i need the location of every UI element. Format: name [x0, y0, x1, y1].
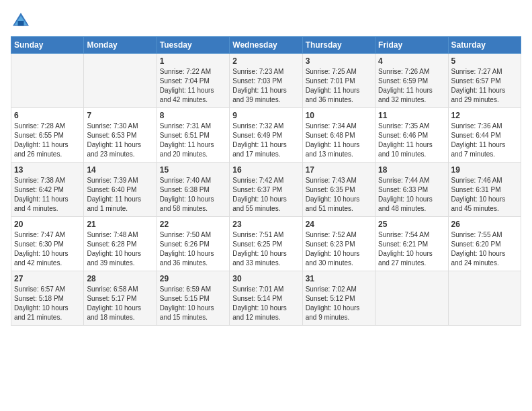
calendar-cell: 18Sunrise: 7:44 AMSunset: 6:33 PMDayligh… — [375, 163, 448, 217]
day-number: 29 — [160, 274, 226, 283]
calendar-cell: 7Sunrise: 7:30 AMSunset: 6:53 PMDaylight… — [84, 108, 157, 163]
cell-content: Sunrise: 7:51 AMSunset: 6:25 PMDaylight:… — [232, 230, 299, 268]
day-number: 17 — [306, 165, 372, 175]
calendar-cell: 17Sunrise: 7:43 AMSunset: 6:35 PMDayligh… — [302, 163, 375, 217]
cell-content: Sunrise: 7:42 AMSunset: 6:37 PMDaylight:… — [232, 176, 299, 214]
cell-content: Sunrise: 7:44 AMSunset: 6:33 PMDaylight:… — [378, 176, 445, 214]
cell-content: Sunrise: 7:52 AMSunset: 6:23 PMDaylight:… — [306, 230, 372, 268]
cell-content: Sunrise: 7:01 AMSunset: 5:14 PMDaylight:… — [232, 285, 299, 322]
calendar-cell: 30Sunrise: 7:01 AMSunset: 5:14 PMDayligh… — [230, 271, 302, 326]
calendar-header: SundayMondayTuesdayWednesdayThursdayFrid… — [11, 37, 521, 54]
calendar-cell: 29Sunrise: 6:59 AMSunset: 5:15 PMDayligh… — [157, 271, 229, 326]
header-cell-saturday: Saturday — [448, 37, 521, 54]
calendar-cell: 19Sunrise: 7:46 AMSunset: 6:31 PMDayligh… — [448, 163, 521, 217]
calendar-cell — [84, 54, 157, 108]
calendar-cell — [448, 271, 521, 326]
cell-content: Sunrise: 7:30 AMSunset: 6:53 PMDaylight:… — [87, 122, 153, 159]
day-number: 19 — [451, 165, 518, 175]
day-number: 26 — [451, 220, 518, 229]
cell-content: Sunrise: 7:26 AMSunset: 6:59 PMDaylight:… — [378, 67, 445, 105]
calendar-body: 1Sunrise: 7:22 AMSunset: 7:04 PMDaylight… — [11, 54, 521, 326]
day-number: 22 — [160, 220, 226, 229]
day-number: 11 — [378, 111, 445, 120]
cell-content: Sunrise: 7:50 AMSunset: 6:26 PMDaylight:… — [160, 230, 226, 268]
day-number: 31 — [306, 274, 372, 283]
header-cell-thursday: Thursday — [302, 37, 375, 54]
calendar-cell: 24Sunrise: 7:52 AMSunset: 6:23 PMDayligh… — [302, 217, 375, 271]
header-cell-friday: Friday — [375, 37, 448, 54]
cell-content: Sunrise: 7:32 AMSunset: 6:49 PMDaylight:… — [232, 122, 299, 159]
day-number: 25 — [378, 220, 445, 229]
calendar-cell: 16Sunrise: 7:42 AMSunset: 6:37 PMDayligh… — [230, 163, 302, 217]
cell-content: Sunrise: 7:22 AMSunset: 7:04 PMDaylight:… — [160, 67, 226, 105]
cell-content: Sunrise: 6:57 AMSunset: 5:18 PMDaylight:… — [14, 285, 81, 322]
day-number: 4 — [378, 56, 445, 66]
calendar-cell: 28Sunrise: 6:58 AMSunset: 5:17 PMDayligh… — [84, 271, 157, 326]
day-number: 14 — [87, 165, 153, 175]
day-number: 27 — [14, 274, 81, 283]
calendar-cell: 11Sunrise: 7:35 AMSunset: 6:46 PMDayligh… — [375, 108, 448, 163]
cell-content: Sunrise: 7:40 AMSunset: 6:38 PMDaylight:… — [160, 176, 226, 214]
cell-content: Sunrise: 7:02 AMSunset: 5:12 PMDaylight:… — [306, 285, 372, 322]
calendar-cell — [375, 271, 448, 326]
day-number: 21 — [87, 220, 153, 229]
day-number: 20 — [14, 220, 81, 229]
cell-content: Sunrise: 6:58 AMSunset: 5:17 PMDaylight:… — [87, 285, 153, 322]
cell-content: Sunrise: 7:54 AMSunset: 6:21 PMDaylight:… — [378, 230, 445, 268]
day-number: 28 — [87, 274, 153, 283]
calendar-cell: 25Sunrise: 7:54 AMSunset: 6:21 PMDayligh… — [375, 217, 448, 271]
cell-content: Sunrise: 7:31 AMSunset: 6:51 PMDaylight:… — [160, 122, 226, 159]
calendar-cell: 10Sunrise: 7:34 AMSunset: 6:48 PMDayligh… — [302, 108, 375, 163]
day-number: 23 — [232, 220, 299, 229]
cell-content: Sunrise: 7:28 AMSunset: 6:55 PMDaylight:… — [14, 122, 81, 159]
calendar-cell: 12Sunrise: 7:36 AMSunset: 6:44 PMDayligh… — [448, 108, 521, 163]
calendar-cell: 4Sunrise: 7:26 AMSunset: 6:59 PMDaylight… — [375, 54, 448, 108]
day-number: 9 — [232, 111, 299, 120]
calendar-cell: 21Sunrise: 7:48 AMSunset: 6:28 PMDayligh… — [84, 217, 157, 271]
calendar-cell: 3Sunrise: 7:25 AMSunset: 7:01 PMDaylight… — [302, 54, 375, 108]
week-row-2: 6Sunrise: 7:28 AMSunset: 6:55 PMDaylight… — [11, 108, 521, 163]
day-number: 10 — [306, 111, 372, 120]
week-row-4: 20Sunrise: 7:47 AMSunset: 6:30 PMDayligh… — [11, 217, 521, 271]
header-cell-sunday: Sunday — [11, 37, 84, 54]
calendar-table: SundayMondayTuesdayWednesdayThursdayFrid… — [11, 36, 521, 326]
calendar-cell: 6Sunrise: 7:28 AMSunset: 6:55 PMDaylight… — [11, 108, 84, 163]
week-row-1: 1Sunrise: 7:22 AMSunset: 7:04 PMDaylight… — [11, 54, 521, 108]
cell-content: Sunrise: 7:35 AMSunset: 6:46 PMDaylight:… — [378, 122, 445, 159]
cell-content: Sunrise: 7:34 AMSunset: 6:48 PMDaylight:… — [306, 122, 372, 159]
cell-content: Sunrise: 7:25 AMSunset: 7:01 PMDaylight:… — [306, 67, 372, 105]
calendar-cell: 8Sunrise: 7:31 AMSunset: 6:51 PMDaylight… — [157, 108, 229, 163]
calendar-cell: 22Sunrise: 7:50 AMSunset: 6:26 PMDayligh… — [157, 217, 229, 271]
day-number: 18 — [378, 165, 445, 175]
cell-content: Sunrise: 7:39 AMSunset: 6:40 PMDaylight:… — [87, 176, 153, 214]
day-number: 8 — [160, 111, 226, 120]
calendar-cell: 26Sunrise: 7:55 AMSunset: 6:20 PMDayligh… — [448, 217, 521, 271]
day-number: 2 — [232, 56, 299, 66]
cell-content: Sunrise: 7:23 AMSunset: 7:03 PMDaylight:… — [232, 67, 299, 105]
calendar-cell: 5Sunrise: 7:27 AMSunset: 6:57 PMDaylight… — [448, 54, 521, 108]
cell-content: Sunrise: 7:55 AMSunset: 6:20 PMDaylight:… — [451, 230, 518, 268]
page-header — [11, 11, 521, 31]
header-cell-monday: Monday — [84, 37, 157, 54]
calendar-cell: 1Sunrise: 7:22 AMSunset: 7:04 PMDaylight… — [157, 54, 229, 108]
logo-icon — [11, 11, 31, 31]
cell-content: Sunrise: 7:43 AMSunset: 6:35 PMDaylight:… — [306, 176, 372, 214]
header-row: SundayMondayTuesdayWednesdayThursdayFrid… — [11, 37, 521, 54]
day-number: 7 — [87, 111, 153, 120]
day-number: 30 — [232, 274, 299, 283]
calendar-cell: 27Sunrise: 6:57 AMSunset: 5:18 PMDayligh… — [11, 271, 84, 326]
cell-content: Sunrise: 7:46 AMSunset: 6:31 PMDaylight:… — [451, 176, 518, 214]
day-number: 13 — [14, 165, 81, 175]
day-number: 1 — [160, 56, 226, 66]
cell-content: Sunrise: 7:38 AMSunset: 6:42 PMDaylight:… — [14, 176, 81, 214]
calendar-cell: 15Sunrise: 7:40 AMSunset: 6:38 PMDayligh… — [157, 163, 229, 217]
calendar-cell: 14Sunrise: 7:39 AMSunset: 6:40 PMDayligh… — [84, 163, 157, 217]
cell-content: Sunrise: 7:36 AMSunset: 6:44 PMDaylight:… — [451, 122, 518, 159]
cell-content: Sunrise: 7:48 AMSunset: 6:28 PMDaylight:… — [87, 230, 153, 268]
svg-rect-2 — [18, 21, 24, 26]
calendar-cell: 9Sunrise: 7:32 AMSunset: 6:49 PMDaylight… — [230, 108, 302, 163]
day-number: 3 — [306, 56, 372, 66]
day-number: 16 — [232, 165, 299, 175]
cell-content: Sunrise: 7:27 AMSunset: 6:57 PMDaylight:… — [451, 67, 518, 105]
header-cell-tuesday: Tuesday — [157, 37, 229, 54]
